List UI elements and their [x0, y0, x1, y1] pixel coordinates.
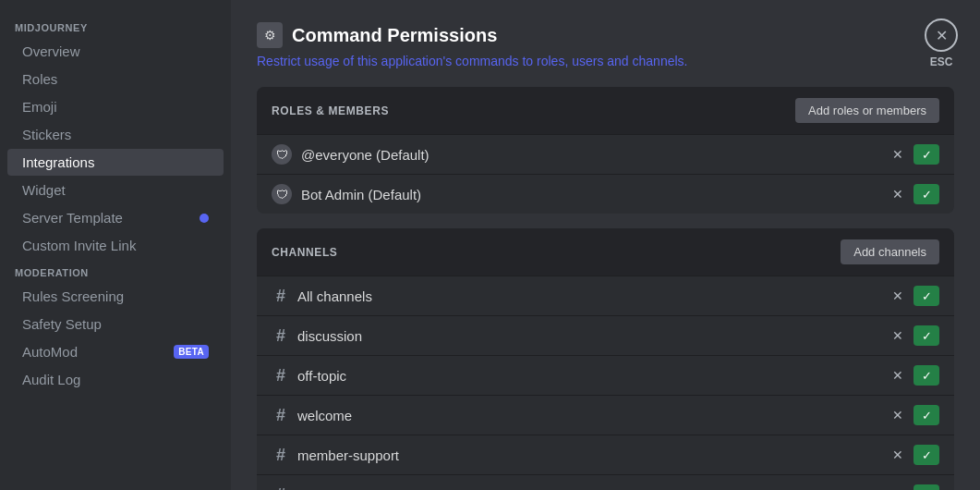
hash-icon-allchannels: # — [272, 287, 290, 306]
row-actions-maintavern: ✕ ✓ — [888, 484, 939, 490]
page-header-icon: ⚙ — [257, 22, 283, 48]
hash-icon-discussion: # — [272, 326, 290, 346]
roles-section-card: ROLES & MEMBERS Add roles or members 🛡 @… — [257, 87, 954, 214]
sidebar-item-emoji[interactable]: Emoji — [7, 93, 224, 120]
row-actions-membersupport: ✕ ✓ — [888, 445, 939, 465]
main-content: ✕ ESC ⚙ Command Permissions Restrict usa… — [231, 0, 980, 490]
add-roles-button[interactable]: Add roles or members — [795, 98, 939, 123]
channel-allchannels-name: All channels — [297, 288, 888, 304]
sidebar-section-moderation: MODERATION — [0, 260, 231, 282]
table-row: # discussion ✕ ✓ — [257, 315, 954, 355]
sidebar-item-stickers[interactable]: Stickers — [7, 121, 224, 148]
hash-icon-welcome: # — [272, 406, 290, 425]
allow-welcome-button[interactable]: ✓ — [913, 405, 939, 425]
allow-discussion-button[interactable]: ✓ — [913, 325, 939, 346]
roles-section-label: ROLES & MEMBERS — [272, 104, 389, 117]
shield-icon-everyone: 🛡 — [272, 144, 292, 165]
allow-offtopic-button[interactable]: ✓ — [913, 365, 939, 386]
esc-label: ESC — [930, 55, 953, 68]
sidebar-item-safety-setup[interactable]: Safety Setup — [7, 311, 224, 337]
role-botadmin-name: Bot Admin (Default) — [301, 187, 888, 202]
esc-circle-icon: ✕ — [925, 18, 958, 52]
remove-botadmin-button[interactable]: ✕ — [888, 184, 908, 204]
channel-welcome-name: welcome — [297, 408, 888, 423]
roles-section-header: ROLES & MEMBERS Add roles or members — [257, 87, 954, 134]
remove-offtopic-button[interactable]: ✕ — [888, 365, 908, 386]
remove-allchannels-button[interactable]: ✕ — [888, 286, 908, 306]
remove-welcome-button[interactable]: ✕ — [888, 405, 908, 425]
role-everyone-name: @everyone (Default) — [301, 147, 888, 163]
sidebar-item-custom-invite-link[interactable]: Custom Invite Link — [7, 232, 224, 259]
table-row: # off-topic ✕ ✓ — [257, 355, 954, 395]
hash-icon-offtopic: # — [272, 366, 290, 386]
sidebar-item-integrations[interactable]: Integrations — [7, 149, 224, 176]
table-row: 🛡 Bot Admin (Default) ✕ ✓ — [257, 174, 954, 214]
channels-section-label: CHANNELS — [272, 246, 337, 259]
hash-icon-maintavern: # — [272, 485, 290, 491]
allow-allchannels-button[interactable]: ✓ — [913, 286, 939, 306]
sidebar-item-rules-screening[interactable]: Rules Screening — [7, 283, 224, 310]
channels-section-card: CHANNELS Add channels # All channels ✕ ✓… — [257, 228, 954, 490]
sidebar-section-midjourney: MIDJOURNEY — [0, 15, 231, 37]
row-actions-allchannels: ✕ ✓ — [888, 286, 939, 306]
shield-icon-botadmin: 🛡 — [272, 184, 292, 204]
hash-icon-membersupport: # — [272, 446, 290, 465]
row-actions-botadmin: ✕ ✓ — [888, 184, 939, 204]
allow-membersupport-button[interactable]: ✓ — [913, 445, 939, 465]
add-channels-button[interactable]: Add channels — [841, 239, 939, 264]
table-row: 🛡 @everyone (Default) ✕ ✓ — [257, 134, 954, 174]
table-row: # welcome ✕ ✓ — [257, 395, 954, 435]
page-title: Command Permissions — [292, 25, 497, 46]
remove-everyone-button[interactable]: ✕ — [888, 144, 908, 165]
channels-section-header: CHANNELS Add channels — [257, 228, 954, 276]
sidebar-item-overview[interactable]: Overview — [7, 38, 224, 65]
channel-offtopic-name: off-topic — [297, 368, 888, 384]
sidebar-item-audit-log[interactable]: Audit Log — [7, 366, 224, 393]
row-actions-offtopic: ✕ ✓ — [888, 365, 939, 386]
allow-maintavern-button[interactable]: ✓ — [913, 484, 939, 490]
sidebar-item-widget[interactable]: Widget — [7, 177, 224, 203]
channel-maintavern-name: main-tavern — [297, 487, 888, 491]
remove-membersupport-button[interactable]: ✕ — [888, 445, 908, 465]
table-row: # main-tavern ✕ ✓ — [257, 474, 954, 490]
channel-discussion-name: discussion — [297, 328, 888, 344]
page-header: ⚙ Command Permissions — [257, 22, 954, 48]
sidebar-item-automod[interactable]: AutoMod BETA — [7, 338, 224, 365]
row-actions-everyone: ✕ ✓ — [888, 144, 939, 165]
server-template-badge — [200, 214, 209, 223]
table-row: # member-support ✕ ✓ — [257, 435, 954, 474]
sidebar-item-roles[interactable]: Roles — [7, 66, 224, 92]
esc-button[interactable]: ✕ ESC — [925, 18, 958, 68]
sidebar: MIDJOURNEY Overview Roles Emoji Stickers… — [0, 0, 231, 490]
allow-everyone-button[interactable]: ✓ — [913, 144, 939, 165]
sidebar-item-server-template[interactable]: Server Template — [7, 204, 224, 231]
automod-beta-badge: BETA — [174, 345, 209, 359]
remove-maintavern-button[interactable]: ✕ — [888, 484, 908, 490]
row-actions-discussion: ✕ ✓ — [888, 325, 939, 346]
table-row: # All channels ✕ ✓ — [257, 276, 954, 315]
channel-membersupport-name: member-support — [297, 447, 888, 463]
page-subtitle: Restrict usage of this application's com… — [257, 54, 954, 68]
allow-botadmin-button[interactable]: ✓ — [913, 184, 939, 204]
remove-discussion-button[interactable]: ✕ — [888, 325, 908, 346]
row-actions-welcome: ✕ ✓ — [888, 405, 939, 425]
